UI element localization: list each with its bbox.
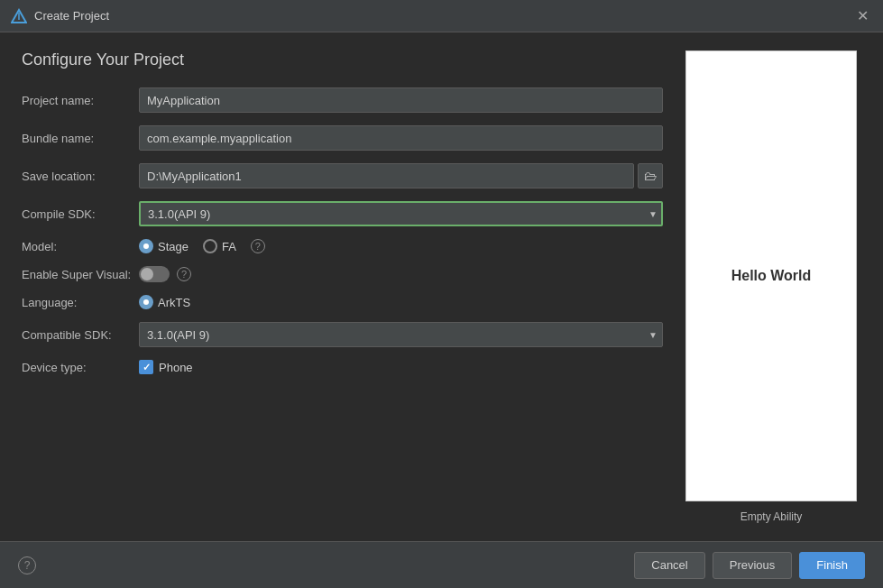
- cancel-button[interactable]: Cancel: [634, 552, 704, 579]
- bundle-name-input[interactable]: [139, 125, 663, 151]
- dialog-heading: Configure Your Project: [22, 51, 663, 69]
- language-value: ArkTS: [158, 296, 190, 309]
- previous-button[interactable]: Previous: [713, 552, 793, 579]
- bundle-name-row: Bundle name:: [22, 125, 663, 151]
- language-option[interactable]: ArkTS: [139, 295, 663, 309]
- model-stage-radio-icon: [139, 239, 153, 253]
- footer-buttons: Cancel Previous Finish: [634, 552, 865, 579]
- device-type-checkbox-row: Phone: [139, 360, 663, 374]
- model-label: Model:: [22, 240, 139, 253]
- preview-phone: Hello World: [685, 51, 857, 501]
- model-help-icon[interactable]: ?: [251, 239, 265, 253]
- footer-left: ?: [18, 556, 36, 574]
- model-fa-radio[interactable]: FA: [203, 239, 236, 253]
- close-icon[interactable]: ✕: [853, 7, 872, 25]
- compatible-sdk-control: 3.1.0(API 9) 3.0.0(API 8) ▼: [139, 322, 663, 347]
- dialog-content: Configure Your Project Project name: Bun…: [0, 32, 883, 541]
- device-type-label: Device type:: [22, 361, 139, 374]
- super-visual-toggle[interactable]: [139, 266, 170, 282]
- super-visual-help-icon[interactable]: ?: [177, 267, 191, 281]
- project-name-input[interactable]: [139, 87, 663, 113]
- model-fa-label: FA: [222, 240, 236, 253]
- super-visual-toggle-wrapper: ?: [139, 266, 663, 282]
- language-row: Language: ArkTS: [22, 295, 663, 309]
- model-stage-label: Stage: [158, 240, 189, 253]
- toggle-thumb: [141, 268, 153, 280]
- model-options: Stage FA ?: [139, 239, 663, 253]
- preview-hello-text: Hello World: [731, 268, 812, 284]
- language-radio-icon: [139, 295, 153, 309]
- app-icon: [11, 8, 27, 24]
- super-visual-control: ?: [139, 266, 663, 282]
- title-bar-left: Create Project: [11, 8, 109, 24]
- compile-sdk-select[interactable]: 3.1.0(API 9) 3.0.0(API 8): [139, 201, 663, 226]
- device-type-value: Phone: [159, 361, 193, 374]
- compatible-sdk-label: Compatible SDK:: [22, 328, 139, 342]
- model-control: Stage FA ?: [139, 239, 663, 253]
- model-stage-radio[interactable]: Stage: [139, 239, 189, 253]
- footer-help-icon[interactable]: ?: [18, 556, 36, 574]
- footer: ? Cancel Previous Finish: [0, 541, 883, 588]
- browse-folder-button[interactable]: 🗁: [638, 163, 663, 188]
- compatible-sdk-row: Compatible SDK: 3.1.0(API 9) 3.0.0(API 8…: [22, 322, 663, 347]
- device-type-control: Phone: [139, 360, 663, 374]
- dialog-title: Create Project: [34, 9, 109, 23]
- model-fa-radio-icon: [203, 239, 217, 253]
- compatible-sdk-select[interactable]: 3.1.0(API 9) 3.0.0(API 8): [139, 322, 663, 347]
- model-row: Model: Stage FA ?: [22, 239, 663, 253]
- right-panel: Hello World Empty Ability: [681, 51, 861, 523]
- bundle-name-label: Bundle name:: [22, 132, 139, 145]
- compile-sdk-control: 3.1.0(API 9) 3.0.0(API 8) ▼: [139, 201, 663, 226]
- project-name-label: Project name:: [22, 94, 139, 107]
- project-name-control: [139, 87, 663, 113]
- compatible-sdk-select-wrapper: 3.1.0(API 9) 3.0.0(API 8) ▼: [139, 322, 663, 347]
- project-name-row: Project name:: [22, 87, 663, 113]
- bundle-name-control: [139, 125, 663, 151]
- save-location-control: 🗁: [139, 163, 663, 188]
- left-panel: Configure Your Project Project name: Bun…: [22, 51, 663, 523]
- device-type-row: Device type: Phone: [22, 360, 663, 374]
- language-control: ArkTS: [139, 295, 663, 309]
- device-type-checkbox[interactable]: [139, 360, 153, 374]
- language-label: Language:: [22, 296, 139, 309]
- save-location-input[interactable]: [139, 163, 634, 188]
- title-bar: Create Project ✕: [0, 0, 883, 32]
- compile-sdk-row: Compile SDK: 3.1.0(API 9) 3.0.0(API 8) ▼: [22, 201, 663, 226]
- save-location-row: Save location: 🗁: [22, 163, 663, 188]
- super-visual-label: Enable Super Visual:: [22, 268, 139, 281]
- preview-label: Empty Ability: [740, 510, 803, 523]
- super-visual-row: Enable Super Visual: ?: [22, 266, 663, 282]
- finish-button[interactable]: Finish: [799, 552, 865, 579]
- compile-sdk-label: Compile SDK:: [22, 207, 139, 221]
- location-row: 🗁: [139, 163, 663, 188]
- compile-sdk-select-wrapper: 3.1.0(API 9) 3.0.0(API 8) ▼: [139, 201, 663, 226]
- save-location-label: Save location:: [22, 170, 139, 183]
